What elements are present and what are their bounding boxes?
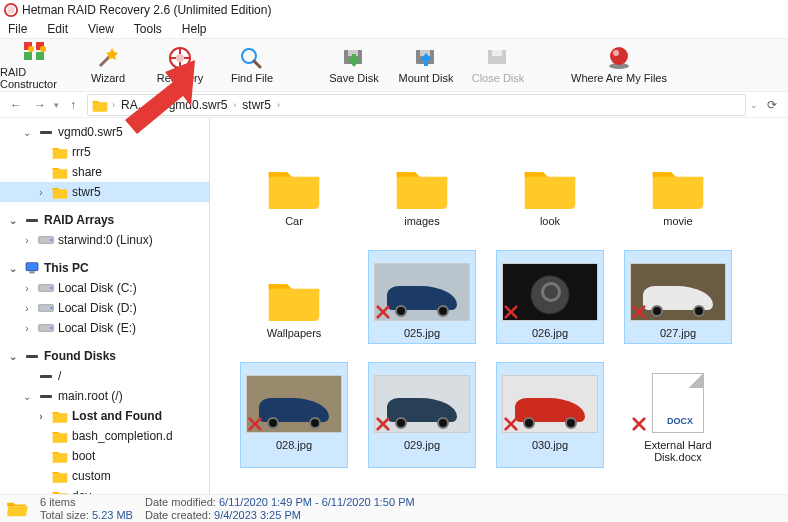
tree-starwind[interactable]: ›starwind:0 (Linux) [0, 230, 209, 250]
tree-label: vgmd0.swr5 [58, 125, 123, 139]
breadcrumb-segment[interactable]: vgmd0.swr5 [161, 98, 230, 112]
toolbar-where-label: Where Are My Files [571, 72, 667, 84]
tree-icon [38, 301, 54, 315]
expand-icon[interactable]: ⌄ [20, 391, 34, 402]
expand-icon[interactable] [34, 147, 48, 158]
toolbar-recovery-button[interactable]: Recovery [144, 39, 216, 91]
nav-forward[interactable]: → [30, 95, 50, 115]
tree-label: main.root (/) [58, 389, 123, 403]
expand-icon[interactable]: › [34, 187, 48, 198]
toolbar-where-button[interactable]: Where Are My Files [564, 39, 674, 91]
file-item-026-jpg[interactable]: 026.jpg [496, 250, 604, 344]
toolbar-wizard-label: Wizard [91, 72, 125, 84]
expand-icon[interactable] [34, 451, 48, 462]
file-item-027-jpg[interactable]: 027.jpg [624, 250, 732, 344]
tree-custom[interactable]: custom [0, 466, 209, 486]
tree-icon [52, 489, 68, 494]
tree-mainroot[interactable]: ⌄main.root (/) [0, 386, 209, 406]
window-title: Hetman RAID Recovery 2.6 (Unlimited Edit… [22, 3, 271, 17]
tree-stwr5[interactable]: ›stwr5 [0, 182, 209, 202]
expand-icon[interactable]: ⌄ [6, 263, 20, 274]
tree-dev[interactable]: dev [0, 486, 209, 494]
folder-item-car[interactable]: Car [240, 138, 348, 232]
expand-icon[interactable] [34, 491, 48, 495]
status-size-value: 5.23 MB [92, 509, 133, 521]
expand-icon[interactable]: › [34, 411, 48, 422]
tree-this-pc[interactable]: ⌄This PC [0, 258, 209, 278]
file-item-030-jpg[interactable]: 030.jpg [496, 362, 604, 468]
expand-icon[interactable]: › [20, 303, 34, 314]
tree-boot[interactable]: boot [0, 446, 209, 466]
folder-item-look[interactable]: look [496, 138, 604, 232]
file-item-025-jpg[interactable]: 025.jpg [368, 250, 476, 344]
toolbar-find-button[interactable]: Find File [216, 39, 288, 91]
tree-LocalDiskD[interactable]: ›Local Disk (D:) [0, 298, 209, 318]
toolbar-mountdisk-button[interactable]: Mount Disk [390, 39, 462, 91]
file-item-external-hard-disk-docx[interactable]: DOCXExternal Hard Disk.docx [624, 362, 732, 468]
expand-icon[interactable]: ⌄ [20, 127, 34, 138]
expand-icon[interactable]: ⌄ [6, 351, 20, 362]
tree-share[interactable]: share [0, 162, 209, 182]
folder-icon [374, 145, 470, 209]
menu-file[interactable]: File [4, 21, 31, 37]
nav-up[interactable]: ↑ [63, 95, 83, 115]
folder-item-movie[interactable]: movie [624, 138, 732, 232]
tree-icon [52, 165, 68, 179]
tree-icon [38, 233, 54, 247]
tree-icon [52, 145, 68, 159]
tree-label: boot [72, 449, 95, 463]
nav-back[interactable]: ← [6, 95, 26, 115]
expand-icon[interactable] [34, 471, 48, 482]
file-item-029-jpg[interactable]: 029.jpg [368, 362, 476, 468]
tree-rrr5[interactable]: rrr5 [0, 142, 209, 162]
menu-view[interactable]: View [84, 21, 118, 37]
toolbar-raid-label: RAID Constructor [0, 66, 72, 90]
item-label: 027.jpg [660, 327, 696, 339]
expand-icon[interactable] [20, 371, 34, 382]
tree-LocalDiskE[interactable]: ›Local Disk (E:) [0, 318, 209, 338]
expand-icon[interactable]: › [20, 323, 34, 334]
folder-item-images[interactable]: images [368, 138, 476, 232]
toolbar-wizard-button[interactable]: Wizard [72, 39, 144, 91]
item-label: Wallpapers [267, 327, 322, 339]
toolbar-raid-button[interactable]: RAID Constructor [0, 39, 72, 91]
tree-slash[interactable]: / [0, 366, 209, 386]
svg-rect-20 [492, 50, 502, 56]
item-label: movie [663, 215, 692, 227]
item-label: look [540, 215, 560, 227]
tree-icon [24, 349, 40, 363]
deleted-icon [376, 417, 390, 431]
tree-found-disks[interactable]: ⌄Found Disks [0, 346, 209, 366]
folder-item-wallpapers[interactable]: Wallpapers [240, 250, 348, 344]
tree-label: stwr5 [72, 185, 101, 199]
tree-icon [52, 429, 68, 443]
tree-vgmd0[interactable]: ⌄vgmd0.swr5 [0, 122, 209, 142]
tree-label: dev [72, 489, 91, 494]
deleted-icon [248, 417, 262, 431]
history-dropdown-icon[interactable]: ⌄ [750, 100, 758, 110]
expand-icon[interactable] [34, 167, 48, 178]
tree-lostfound[interactable]: ›Lost and Found [0, 406, 209, 426]
item-label: Car [285, 215, 303, 227]
menu-edit[interactable]: Edit [43, 21, 72, 37]
tree-LocalDiskC[interactable]: ›Local Disk (C:) [0, 278, 209, 298]
toolbar-recovery-label: Recovery [157, 72, 203, 84]
tree-icon [38, 281, 54, 295]
tree-bashcompletiond[interactable]: bash_completion.d [0, 426, 209, 446]
menu-tools[interactable]: Tools [130, 21, 166, 37]
deleted-icon [632, 305, 646, 319]
tree-raid-arrays[interactable]: ⌄RAID Arrays [0, 210, 209, 230]
svg-point-11 [40, 46, 46, 52]
expand-icon[interactable]: ⌄ [6, 215, 20, 226]
breadcrumb-segment[interactable]: stwr5 [240, 98, 273, 112]
toolbar-savedisk-button[interactable]: Save Disk [318, 39, 390, 91]
item-label: 026.jpg [532, 327, 568, 339]
refresh-icon[interactable]: ⟳ [762, 95, 782, 115]
expand-icon[interactable] [34, 431, 48, 442]
file-item-028-jpg[interactable]: 028.jpg [240, 362, 348, 468]
breadcrumb[interactable]: ›RA...›vgmd0.swr5›stwr5› [87, 94, 746, 116]
expand-icon[interactable]: › [20, 283, 34, 294]
menu-help[interactable]: Help [178, 21, 211, 37]
breadcrumb-segment[interactable]: RA... [119, 98, 150, 112]
expand-icon[interactable]: › [20, 235, 34, 246]
